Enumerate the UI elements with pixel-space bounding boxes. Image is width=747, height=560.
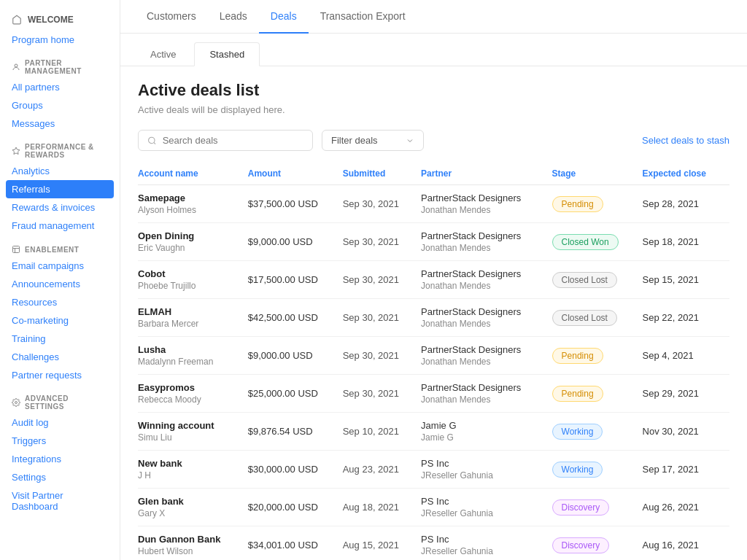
sidebar-integrations[interactable]: Integrations xyxy=(0,450,120,468)
cell-submitted-9: Aug 15, 2021 xyxy=(343,526,421,561)
sidebar-email-campaigns[interactable]: Email campaigns xyxy=(0,257,120,275)
stage-badge: Discovery xyxy=(552,499,610,516)
cell-amount-4: $9,000.00 USD xyxy=(248,337,343,375)
col-expected-close[interactable]: Expected close xyxy=(643,163,729,185)
cell-stage-8: Discovery xyxy=(552,489,643,526)
col-stage[interactable]: Stage xyxy=(552,163,643,185)
sidebar-rewards-invoices[interactable]: Rewards & invoices xyxy=(0,198,120,217)
stage-badge: Pending xyxy=(552,196,603,212)
col-account-name[interactable]: Account name xyxy=(138,163,248,185)
page-body: Active deals list Active deals will be d… xyxy=(120,66,747,560)
chevron-down-icon xyxy=(406,136,414,145)
cell-partner-5: PartnerStack Designers Jonathan Mendes xyxy=(421,375,551,413)
cell-submitted-7: Aug 23, 2021 xyxy=(343,451,421,489)
cell-stage-1: Closed Won xyxy=(552,223,643,261)
sidebar-all-partners[interactable]: All partners xyxy=(0,78,120,96)
cell-expected-close-8: Aug 26, 2021 xyxy=(643,489,729,526)
table-row: Lusha Madalynn Freeman $9,000.00 USD Sep… xyxy=(138,337,729,375)
cell-amount-0: $37,500.00 USD xyxy=(248,185,343,223)
sub-tabs: Active Stashed xyxy=(120,34,747,66)
filter-label: Filter deals xyxy=(331,135,378,146)
sidebar-groups[interactable]: Groups xyxy=(0,96,120,114)
table-row: Cobot Phoebe Trujillo $17,500.00 USD Sep… xyxy=(138,261,729,299)
cell-stage-7: Working xyxy=(552,451,643,489)
cell-amount-8: $20,000.00 USD xyxy=(248,489,343,526)
cell-partner-2: PartnerStack Designers Jonathan Mendes xyxy=(421,261,551,299)
cell-submitted-8: Aug 18, 2021 xyxy=(343,489,421,526)
page-subtitle: Active deals will be displayed here. xyxy=(138,104,729,115)
tab-leads[interactable]: Leads xyxy=(208,0,259,34)
tab-customers[interactable]: Customers xyxy=(135,0,208,34)
sidebar-triggers[interactable]: Triggers xyxy=(0,432,120,450)
cell-partner-8: PS Inc JReseller Gahunia xyxy=(421,489,551,526)
svg-rect-2 xyxy=(13,246,20,253)
cell-expected-close-4: Sep 4, 2021 xyxy=(643,337,729,375)
cell-partner-1: PartnerStack Designers Jonathan Mendes xyxy=(421,223,551,261)
filter-dropdown[interactable]: Filter deals xyxy=(322,130,424,151)
cell-amount-1: $9,000.00 USD xyxy=(248,223,343,261)
tab-transaction-export[interactable]: Transaction Export xyxy=(309,0,417,34)
cell-partner-9: PS Inc JReseller Gahunia xyxy=(421,526,551,561)
cell-amount-7: $30,000.00 USD xyxy=(248,451,343,489)
sidebar-co-marketing[interactable]: Co-marketing xyxy=(0,311,120,330)
sidebar-audit-log[interactable]: Audit log xyxy=(0,413,120,432)
sub-tab-stashed[interactable]: Stashed xyxy=(194,42,260,66)
cell-submitted-0: Sep 30, 2021 xyxy=(343,185,421,223)
cell-submitted-6: Sep 10, 2021 xyxy=(343,413,421,451)
sidebar-settings[interactable]: Settings xyxy=(0,468,120,486)
table-row: ELMAH Barbara Mercer $42,500.00 USD Sep … xyxy=(138,299,729,337)
stage-badge: Closed Won xyxy=(552,234,619,250)
col-partner: Partner xyxy=(421,163,551,185)
cell-submitted-5: Sep 30, 2021 xyxy=(343,375,421,413)
col-amount[interactable]: Amount xyxy=(248,163,343,185)
partner-mgmt-header: PARTNER MANAGEMENT xyxy=(0,49,120,78)
search-icon xyxy=(147,136,157,146)
cell-stage-3: Closed Lost xyxy=(552,299,643,337)
cell-stage-2: Closed Lost xyxy=(552,261,643,299)
sidebar-visit-partner-dashboard[interactable]: Visit Partner Dashboard xyxy=(0,486,120,516)
cell-account-4: Lusha Madalynn Freeman xyxy=(138,337,248,375)
sidebar-fraud-management[interactable]: Fraud management xyxy=(0,217,120,235)
cell-expected-close-9: Aug 16, 2021 xyxy=(643,526,729,561)
advanced-settings-header: ADVANCED SETTINGS xyxy=(0,384,120,413)
svg-marker-1 xyxy=(12,147,20,155)
toolbar: Filter deals Select deals to stash xyxy=(138,130,729,151)
sub-tab-active[interactable]: Active xyxy=(135,42,191,66)
sidebar-referrals[interactable]: Referrals xyxy=(6,180,114,198)
cell-submitted-1: Sep 30, 2021 xyxy=(343,223,421,261)
col-submitted[interactable]: Submitted xyxy=(343,163,421,185)
cell-expected-close-2: Sep 15, 2021 xyxy=(643,261,729,299)
cell-expected-close-0: Sep 28, 2021 xyxy=(643,185,729,223)
main-content: Customers Leads Deals Transaction Export… xyxy=(120,0,747,560)
cell-partner-7: PS Inc JReseller Gahunia xyxy=(421,451,551,489)
svg-point-4 xyxy=(149,137,155,143)
table-row: Samepage Alyson Holmes $37,500.00 USD Se… xyxy=(138,185,729,223)
cell-stage-0: Pending xyxy=(552,185,643,223)
sidebar-challenges[interactable]: Challenges xyxy=(0,348,120,366)
cell-account-8: Glen bank Gary X xyxy=(138,489,248,526)
select-stash-button[interactable]: Select deals to stash xyxy=(642,135,729,146)
sidebar-program-home[interactable]: Program home xyxy=(0,31,120,49)
table-row: Easypromos Rebecca Moody $25,000.00 USD … xyxy=(138,375,729,413)
svg-point-3 xyxy=(15,402,18,404)
sidebar-resources[interactable]: Resources xyxy=(0,293,120,311)
sidebar-analytics[interactable]: Analytics xyxy=(0,162,120,180)
stage-badge: Closed Lost xyxy=(552,272,617,288)
search-input[interactable] xyxy=(163,135,303,146)
cell-amount-2: $17,500.00 USD xyxy=(248,261,343,299)
cell-stage-4: Pending xyxy=(552,337,643,375)
cell-stage-6: Working xyxy=(552,413,643,451)
stage-badge: Pending xyxy=(552,386,603,402)
sidebar-messages[interactable]: Messages xyxy=(0,114,120,133)
content-area: Active Stashed Active deals list Active … xyxy=(120,34,747,560)
search-box[interactable] xyxy=(138,130,313,151)
cell-expected-close-1: Sep 18, 2021 xyxy=(643,223,729,261)
cell-amount-5: $25,000.00 USD xyxy=(248,375,343,413)
sidebar-partner-requests[interactable]: Partner requests xyxy=(0,366,120,384)
tab-deals[interactable]: Deals xyxy=(259,0,309,34)
sidebar-training[interactable]: Training xyxy=(0,330,120,348)
enablement-header: ENABLEMENT xyxy=(0,235,120,257)
top-tabs: Customers Leads Deals Transaction Export xyxy=(120,0,747,34)
table-row: New bank J H $30,000.00 USD Aug 23, 2021… xyxy=(138,451,729,489)
sidebar-announcements[interactable]: Announcements xyxy=(0,275,120,293)
